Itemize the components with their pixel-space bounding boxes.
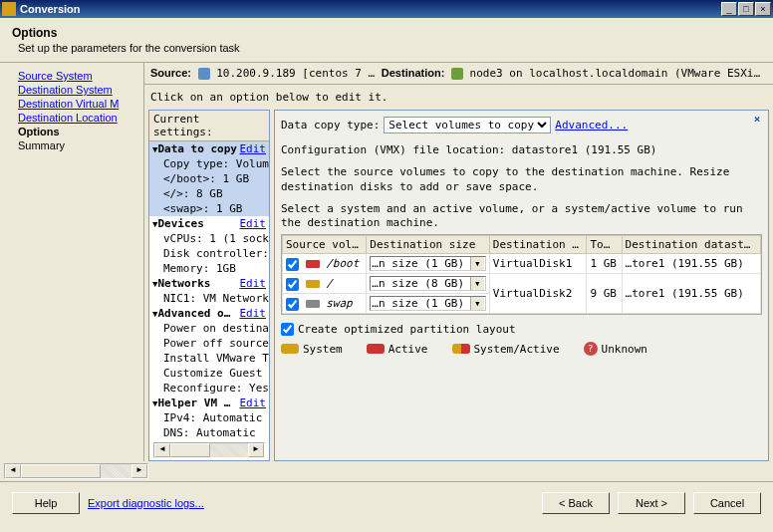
create-optimized-checkbox[interactable] <box>281 323 294 336</box>
maximize-button[interactable]: □ <box>738 2 754 16</box>
page-header: Options Set up the parameters for the co… <box>0 18 773 63</box>
settings-item[interactable]: <swap>: 1 GB <box>149 201 269 216</box>
legend-unknown: Unknown <box>602 343 647 356</box>
datastore: …tore1 (191.55 GB) <box>622 274 760 314</box>
volume-checkbox[interactable] <box>286 298 299 311</box>
sidebar-hscrollbar[interactable]: ◄ ► <box>4 463 148 479</box>
wizard-sidebar: Source System Destination System Destina… <box>0 63 144 461</box>
window-title: Conversion <box>20 3 721 15</box>
dropdown-icon[interactable]: ▾ <box>470 257 484 270</box>
edit-link[interactable]: Edit <box>240 217 267 230</box>
table-header[interactable]: Destination size <box>367 236 489 254</box>
scroll-left-button[interactable]: ◄ <box>154 443 170 457</box>
settings-item[interactable]: Power off source:… <box>149 336 269 351</box>
sidebar-item-destination-location[interactable]: Destination Location <box>18 111 139 125</box>
table-header[interactable]: To… <box>587 236 622 254</box>
data-copy-select[interactable]: Select volumes to copy <box>384 117 551 133</box>
sidebar-scroll-thumb[interactable] <box>21 464 101 478</box>
edit-link[interactable]: Edit <box>240 397 267 409</box>
settings-section[interactable]: ▼Advanced o…Edit <box>149 306 269 321</box>
sidebar-item-destination-system[interactable]: Destination System <box>18 83 139 97</box>
total-size: 1 GB <box>587 254 622 274</box>
settings-item[interactable]: Power on destinat… <box>149 321 269 336</box>
help-button[interactable]: Help <box>12 492 80 514</box>
volume-name: /boot <box>326 257 359 270</box>
scroll-thumb[interactable] <box>170 443 210 457</box>
export-logs-link[interactable]: Export diagnostic logs... <box>88 497 204 509</box>
table-header[interactable]: Destination datast… <box>622 236 760 254</box>
volume-checkbox[interactable] <box>286 278 299 291</box>
legend-system-active-icon <box>452 344 470 354</box>
cfg-help1: Select the source volumes to copy to the… <box>281 165 762 194</box>
edit-link[interactable]: Edit <box>240 277 267 290</box>
settings-item[interactable]: Memory: 1GB <box>149 261 269 276</box>
settings-item[interactable]: Install VMware To… <box>149 351 269 366</box>
settings-section[interactable]: ▼Data to copyEdit <box>149 141 269 156</box>
back-button[interactable]: < Back <box>542 492 610 514</box>
panel-close-icon[interactable]: × <box>750 113 764 127</box>
sidebar-item-options[interactable]: Options <box>18 125 139 138</box>
create-optimized-label: Create optimized partition layout <box>298 323 516 336</box>
sidebar-item-summary[interactable]: Summary <box>18 138 139 152</box>
table-header[interactable]: Destination … <box>489 236 587 254</box>
edit-link[interactable]: Edit <box>240 307 267 320</box>
settings-section[interactable]: ▼NetworksEdit <box>149 276 269 291</box>
settings-item[interactable]: DNS: Automatic <box>149 425 269 440</box>
dest-label: Destination: <box>382 67 445 79</box>
volume-name: swap <box>326 297 353 310</box>
settings-item[interactable]: Reconfigure: Yes <box>149 381 269 396</box>
minimize-button[interactable]: _ <box>721 2 737 16</box>
settings-section[interactable]: ▼DevicesEdit <box>149 216 269 231</box>
sidebar-scroll-right[interactable]: ► <box>131 464 147 478</box>
volume-name: / <box>326 277 333 290</box>
sidebar-scroll-left[interactable]: ◄ <box>5 464 21 478</box>
dest-size-select[interactable]: …n size (1 GB)▾ <box>370 296 485 311</box>
settings-tree: Current settings: ▼Data to copyEditCopy … <box>148 110 270 461</box>
dropdown-icon[interactable]: ▾ <box>470 297 484 310</box>
settings-item[interactable]: Disk controller: … <box>149 246 269 261</box>
settings-item[interactable]: IPv4: Automatic <box>149 410 269 425</box>
cfg-help2: Select a system and an active volume, or… <box>281 202 762 231</box>
disk-icon <box>306 300 320 308</box>
settings-item[interactable]: </>: 8 GB <box>149 186 269 201</box>
dest-disk: VirtualDisk2 <box>489 274 587 314</box>
dropdown-icon[interactable]: ▾ <box>470 277 484 290</box>
settings-item[interactable]: NIC1: VM Network <box>149 291 269 306</box>
settings-item[interactable]: </boot>: 1 GB <box>149 171 269 186</box>
host-icon <box>451 68 463 80</box>
legend-active-icon <box>367 344 385 354</box>
source-value: 10.200.9.189 [centos 7 … <box>216 67 375 80</box>
cancel-button[interactable]: Cancel <box>693 492 761 514</box>
table-row: /…n size (8 GB)▾VirtualDisk29 GB…tore1 (… <box>283 274 761 294</box>
settings-item[interactable]: Customize Guest O… <box>149 366 269 381</box>
edit-link[interactable]: Edit <box>240 142 267 155</box>
advanced-link[interactable]: Advanced... <box>555 119 628 132</box>
scroll-right-button[interactable]: ► <box>248 443 264 457</box>
sidebar-item-source-system[interactable]: Source System <box>18 69 139 83</box>
source-dest-bar: Source: 10.200.9.189 [centos 7 … Destina… <box>144 63 773 85</box>
sidebar-item-destination-virtual[interactable]: Destination Virtual M <box>18 97 139 111</box>
source-label: Source: <box>150 67 191 79</box>
settings-hscrollbar[interactable]: ◄ ► <box>153 442 265 458</box>
close-button[interactable]: × <box>755 2 771 16</box>
next-button[interactable]: Next > <box>618 492 685 514</box>
footer: Help Export diagnostic logs... < Back Ne… <box>0 481 773 524</box>
page-subtitle: Set up the parameters for the conversion… <box>18 42 761 54</box>
click-hint: Click on an option below to edit it. <box>144 85 773 110</box>
disk-icon <box>306 280 320 288</box>
app-icon <box>2 2 16 16</box>
source-icon <box>198 68 210 80</box>
legend-unknown-icon: ? <box>584 342 598 356</box>
cfg-location: Configuration (VMX) file location: datas… <box>281 143 762 157</box>
legend-system-icon <box>281 344 299 354</box>
settings-item[interactable]: vCPUs: 1 (1 socke… <box>149 231 269 246</box>
disk-icon <box>306 260 320 268</box>
dest-size-select[interactable]: …n size (8 GB)▾ <box>370 276 485 291</box>
volume-checkbox[interactable] <box>286 258 299 271</box>
settings-section[interactable]: ▼Helper VM …Edit <box>149 396 269 410</box>
settings-item[interactable]: Copy type: Volume… <box>149 156 269 171</box>
data-copy-label: Data copy type: <box>281 119 380 132</box>
dest-size-select[interactable]: …n size (1 GB)▾ <box>370 256 485 271</box>
table-header[interactable]: Source vol… <box>283 236 367 254</box>
dest-value: node3 on localhost.localdomain (VMware E… <box>470 67 760 80</box>
